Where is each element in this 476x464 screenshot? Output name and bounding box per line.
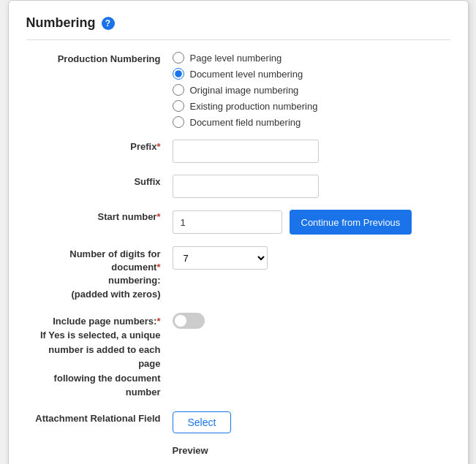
include-page-numbers-label: Include page numbers:* If Yes is selecte… [26, 313, 173, 400]
preview-row: Preview [26, 445, 450, 456]
preview-text: Preview [173, 445, 208, 456]
include-page-numbers-row: Include page numbers:* If Yes is selecte… [26, 313, 450, 400]
start-number-input[interactable] [173, 210, 282, 234]
attachment-relational-field-label: Attachment Relational Field [26, 411, 173, 424]
suffix-row: Suffix [26, 175, 450, 198]
continue-from-previous-button[interactable]: Continue from Previous [290, 210, 412, 235]
radio-existing-production-label: Existing production numbering [190, 101, 318, 112]
prefix-input[interactable] [173, 140, 319, 163]
prefix-row: Prefix* [26, 140, 450, 163]
radio-original-image[interactable]: Original image numbering [173, 84, 318, 96]
radio-document-field-label: Document field numbering [190, 117, 301, 128]
preview-label [26, 445, 173, 446]
digits-control: 1 2 3 4 5 6 7 8 9 10 [173, 246, 268, 270]
panel-title: Numbering [26, 15, 96, 31]
radio-document-field[interactable]: Document field numbering [173, 116, 318, 128]
attachment-relational-field-row: Attachment Relational Field Select [26, 411, 450, 433]
radio-original-image-label: Original image numbering [190, 85, 299, 96]
radio-document-level-input[interactable] [173, 68, 184, 80]
panel-header: Numbering ? [26, 15, 450, 40]
radio-existing-production[interactable]: Existing production numbering [173, 100, 318, 112]
radio-page-level-label: Page level numbering [190, 53, 282, 64]
radio-page-level-input[interactable] [173, 52, 184, 64]
numbering-panel: Numbering ? Production Numbering Page le… [8, 0, 469, 464]
prefix-label: Prefix* [26, 140, 173, 152]
attachment-select-button[interactable]: Select [173, 411, 232, 433]
digits-label: Number of digits for document* numbering… [26, 246, 173, 301]
digits-select[interactable]: 1 2 3 4 5 6 7 8 9 10 [173, 246, 268, 270]
suffix-label: Suffix [26, 175, 173, 187]
production-numbering-row: Production Numbering Page level numberin… [26, 52, 450, 128]
production-numbering-options: Page level numbering Document level numb… [173, 52, 318, 128]
toggle-slider [173, 313, 205, 329]
radio-existing-production-input[interactable] [173, 100, 184, 112]
radio-document-level-label: Document level numbering [190, 69, 303, 80]
suffix-input[interactable] [173, 175, 319, 198]
start-number-controls: Continue from Previous [173, 210, 412, 235]
include-page-numbers-toggle-container [173, 313, 205, 329]
start-number-label: Start number* [26, 210, 173, 222]
radio-document-field-input[interactable] [173, 116, 184, 128]
include-page-numbers-toggle[interactable] [173, 313, 205, 329]
start-number-row: Start number* Continue from Previous [26, 210, 450, 235]
radio-page-level[interactable]: Page level numbering [173, 52, 318, 64]
production-numbering-label: Production Numbering [26, 52, 173, 64]
help-icon[interactable]: ? [102, 17, 115, 30]
radio-document-level[interactable]: Document level numbering [173, 68, 318, 80]
digits-row: Number of digits for document* numbering… [26, 246, 450, 301]
radio-original-image-input[interactable] [173, 84, 184, 96]
